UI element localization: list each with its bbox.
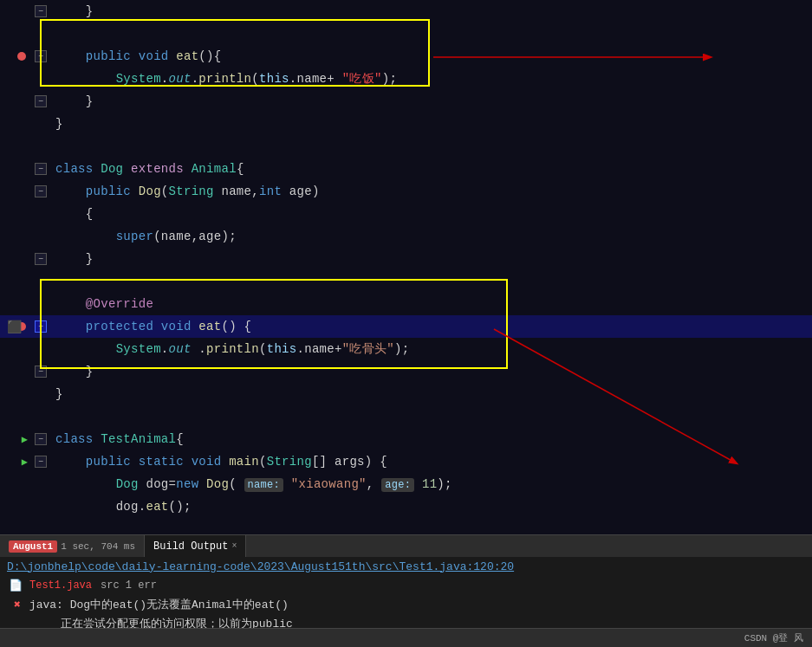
- code-line: − }: [0, 0, 812, 23]
- code-line: − class Dog extends Animal{: [0, 158, 812, 180]
- error-path-link[interactable]: D:\jonbhelp\code\daily-learning-code\202…: [7, 560, 514, 573]
- badge-suffix: 1 sec, 704 ms: [61, 541, 135, 552]
- code-line: super(name,age);: [0, 225, 812, 248]
- fold-icon[interactable]: −: [35, 5, 47, 17]
- code-line: [0, 518, 812, 534]
- code-line: − }: [0, 360, 812, 383]
- line-gutter: ▶: [0, 456, 35, 469]
- code-line: ▶ − public static void main(String[] arg…: [0, 450, 812, 473]
- tab-left-badge: August1 1 sec, 704 ms: [0, 535, 145, 557]
- file-suffix: src 1 err: [101, 579, 157, 592]
- error-main-text: java: Dog中的eat()无法覆盖Animal中的eat(): [29, 597, 289, 612]
- code-line: [0, 270, 812, 293]
- fold-icon[interactable]: −: [35, 185, 47, 197]
- code-text: class Dog extends Animal{: [52, 162, 812, 176]
- code-line: Dog dog=new Dog( name: "xiaowang", age: …: [0, 473, 812, 495]
- code-line: System.out .println(this.name+"吃骨头");: [0, 338, 812, 360]
- code-line: [0, 23, 812, 45]
- code-text: }: [52, 94, 812, 108]
- code-text: }: [52, 117, 812, 131]
- fold-icon[interactable]: −: [35, 50, 47, 62]
- code-text: super(name,age);: [52, 230, 812, 243]
- code-line: }: [0, 383, 812, 405]
- status-bar: CSDN @登 风: [0, 628, 812, 647]
- fold-icon[interactable]: −: [35, 163, 47, 175]
- run-arrow: ▶: [22, 456, 28, 469]
- code-text: class TestAnimal{: [52, 432, 812, 446]
- code-text: Dog dog=new Dog( name: "xiaowang", age: …: [52, 477, 812, 491]
- code-line: ▶ − class TestAnimal{: [0, 428, 812, 450]
- error-path-line: D:\jonbhelp\code\daily-learning-code\202…: [0, 557, 812, 576]
- fold-icon[interactable]: −: [35, 456, 47, 468]
- error-icon: 📄: [9, 579, 23, 592]
- code-text: protected void eat() {: [52, 320, 812, 333]
- code-text: {: [52, 207, 812, 221]
- error-bullet: ✖: [14, 598, 21, 611]
- line-gutter: [0, 52, 35, 61]
- code-text: dog.eat();: [52, 500, 812, 514]
- fold-icon[interactable]: −: [35, 433, 47, 445]
- code-text: }: [52, 252, 812, 266]
- code-text: public void eat(){: [52, 49, 812, 63]
- code-line: dog.eat();: [0, 495, 812, 518]
- code-line: − }: [0, 248, 812, 270]
- code-line: {: [0, 203, 812, 225]
- run-arrow: ▶: [22, 433, 28, 446]
- code-line: [0, 405, 812, 428]
- code-line: System.out.println(this.name+ "吃饭");: [0, 68, 812, 90]
- code-line: [0, 135, 812, 158]
- fold-icon[interactable]: −: [35, 253, 47, 265]
- status-right: CSDN @登 风: [744, 631, 803, 644]
- code-line-highlighted: − protected void eat() { ⬛: [0, 315, 812, 338]
- code-editor: − } − public void eat(){ System.out.prin…: [0, 0, 812, 534]
- file-label: Test1.java: [29, 579, 92, 592]
- breakpoint[interactable]: [17, 52, 26, 61]
- fold-icon[interactable]: −: [35, 95, 47, 107]
- code-text: @Override: [52, 297, 812, 311]
- code-text: public static void main(String[] args) {: [52, 455, 812, 469]
- tab-label: Build Output: [153, 540, 228, 553]
- code-text: }: [52, 4, 812, 18]
- code-text: }: [52, 365, 812, 378]
- tab-build-output[interactable]: Build Output ×: [145, 535, 246, 557]
- august-badge: August1: [9, 540, 57, 553]
- panel-tabs: August1 1 sec, 704 ms Build Output ×: [0, 534, 812, 557]
- code-line: @Override: [0, 293, 812, 315]
- error-detail-line: ✖ java: Dog中的eat()无法覆盖Animal中的eat(): [0, 595, 812, 614]
- code-text: System.out.println(this.name+ "吃饭");: [52, 71, 812, 87]
- tab-close-button[interactable]: ×: [231, 541, 237, 551]
- code-text: }: [52, 387, 812, 401]
- code-line: − }: [0, 90, 812, 113]
- code-text: System.out .println(this.name+"吃骨头");: [52, 341, 812, 357]
- debug-arrow: ⬛: [7, 320, 22, 334]
- code-line: − public Dog(String name,int age): [0, 180, 812, 203]
- code-text: public Dog(String name,int age): [52, 184, 812, 198]
- code-line: − public void eat(){: [0, 45, 812, 68]
- error-message-line: 📄 Test1.java src 1 err: [0, 576, 812, 595]
- line-gutter: ▶: [0, 433, 35, 446]
- fold-icon[interactable]: −: [35, 366, 47, 378]
- fold-icon[interactable]: −: [35, 320, 47, 333]
- code-line: }: [0, 113, 812, 135]
